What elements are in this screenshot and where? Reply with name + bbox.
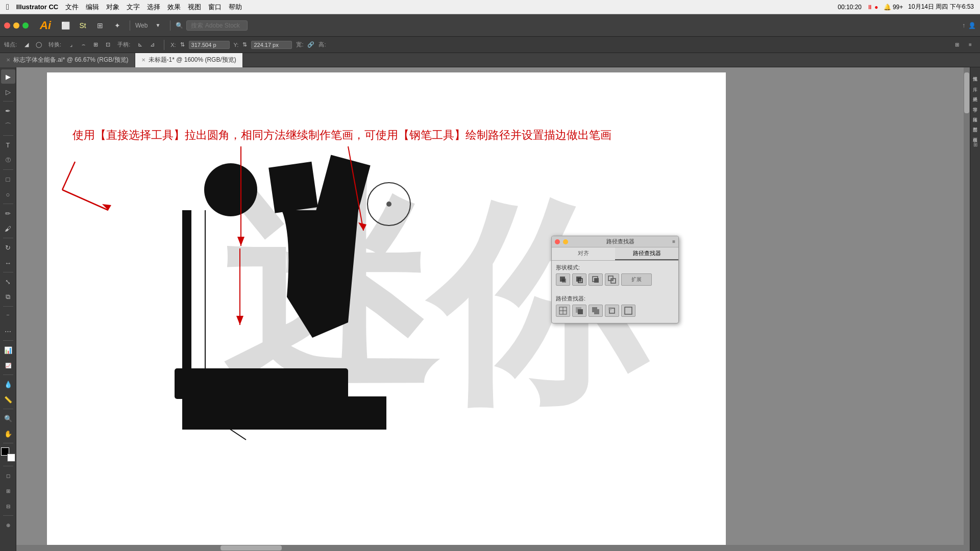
zoom-tool[interactable]: 🔍 xyxy=(1,411,15,425)
convert-type-icon[interactable]: ⊡ xyxy=(102,39,113,51)
scale-tool[interactable]: ⤡ xyxy=(1,274,15,289)
convert-corner-icon[interactable]: ⌟ xyxy=(65,39,77,51)
link-icon[interactable]: 🔗 xyxy=(307,41,314,48)
pencil-tool[interactable]: ✏ xyxy=(1,206,15,220)
reflect-tool[interactable]: ↔ xyxy=(1,256,15,270)
eyedropper-tool[interactable]: 💧 xyxy=(1,377,15,391)
menu-effect[interactable]: 效果 xyxy=(167,3,181,12)
appearance-icon[interactable]: 外观 xyxy=(972,90,979,97)
rotate-tool[interactable]: ↻ xyxy=(1,240,15,255)
draw-inside[interactable]: ⊟ xyxy=(1,499,15,513)
menu-view[interactable]: 视图 xyxy=(188,3,201,12)
anchor-corner[interactable]: ◢ xyxy=(21,39,32,51)
hand-type-icon[interactable]: ⊾ xyxy=(134,39,145,51)
user-icon[interactable]: 👤 xyxy=(968,22,976,29)
rectangle-tool[interactable]: □ xyxy=(1,172,15,186)
horizontal-scrollbar[interactable] xyxy=(16,545,964,551)
layout-icon[interactable]: ⊞ xyxy=(93,18,107,33)
svg-point-4 xyxy=(386,202,391,207)
vscroll-thumb[interactable] xyxy=(964,72,969,113)
canvas-area[interactable]: 迷 你 使用【直接选择工具】拉出圆角，相同方法继续制作笔画，可使用【钢笔工具】绘… xyxy=(16,67,970,551)
convert-smooth-icon[interactable]: ⌢ xyxy=(78,39,89,51)
merge-button[interactable] xyxy=(589,305,603,317)
panel-tab-pathfinder[interactable]: 路径查找器 xyxy=(615,247,678,260)
hand-type2-icon[interactable]: ⊿ xyxy=(146,39,158,51)
menu-edit[interactable]: 编辑 xyxy=(86,3,99,12)
menu-object[interactable]: 对象 xyxy=(106,3,119,12)
document-new-icon[interactable]: ⬜ xyxy=(58,18,72,33)
apple-menu[interactable]:  xyxy=(6,3,9,12)
menu-file[interactable]: 文件 xyxy=(65,3,79,12)
menu-type[interactable]: 文字 xyxy=(127,3,140,12)
draw-behind[interactable]: ⊞ xyxy=(1,484,15,498)
artboard-tool[interactable]: ⊕ xyxy=(1,518,15,532)
outline-button[interactable] xyxy=(621,305,635,317)
tab-2-close[interactable]: ✕ xyxy=(141,57,145,63)
exclude-button[interactable] xyxy=(605,273,619,286)
search-input[interactable] xyxy=(186,20,248,31)
tab-1[interactable]: ✕ 标志字体全能备.ai* @ 66.67% (RGB/预览) xyxy=(0,53,135,67)
properties-panel-icon[interactable]: 属性 xyxy=(972,69,979,77)
convert-align-icon[interactable]: ⊞ xyxy=(90,39,101,51)
cc-libraries-icon[interactable]: 库 xyxy=(972,80,979,87)
touch-type-tool[interactable]: Ⓣ xyxy=(1,153,15,167)
hscroll-thumb[interactable] xyxy=(220,545,282,550)
normal-mode[interactable]: ◻ xyxy=(1,468,15,483)
fullscreen-button[interactable] xyxy=(22,22,29,29)
stash-icon[interactable]: St xyxy=(76,18,90,33)
artboards-icon[interactable]: 画板 xyxy=(972,131,979,138)
close-button[interactable] xyxy=(4,22,10,29)
divide-button[interactable] xyxy=(556,305,570,317)
layers-icon[interactable]: 图层 xyxy=(972,120,979,128)
paragraph-panel-icon[interactable]: 段落 xyxy=(972,110,979,117)
pen-tool[interactable]: ✒ xyxy=(1,104,15,118)
bar-graph-tool[interactable]: 📈 xyxy=(1,358,15,372)
panel-close-button[interactable] xyxy=(555,239,560,244)
app-name[interactable]: Illustrator CC xyxy=(16,3,58,11)
unite-button[interactable] xyxy=(556,273,570,286)
tool-separator13 xyxy=(3,515,13,516)
panel-tab-align[interactable]: 对齐 xyxy=(552,247,615,260)
ellipse-tool[interactable]: ○ xyxy=(1,187,15,202)
minus-front-button[interactable] xyxy=(572,273,586,286)
more-options-icon[interactable]: ≡ xyxy=(965,39,976,51)
chevron-down-icon[interactable]: ▼ xyxy=(151,18,165,33)
panel-title: 路径查找器 xyxy=(571,238,669,245)
character-panel-icon[interactable]: 字符 xyxy=(972,100,979,107)
anchor-smooth[interactable]: ◯ xyxy=(33,39,44,51)
tab-2[interactable]: ✕ 未标题-1* @ 1600% (RGB/预览) xyxy=(135,53,243,67)
shear-tool[interactable]: ⧉ xyxy=(1,290,15,304)
menu-help[interactable]: 帮助 xyxy=(229,3,242,12)
type-tool[interactable]: T xyxy=(1,138,15,152)
align-options-icon[interactable]: ⊞ xyxy=(951,39,963,51)
share-icon[interactable]: ↑ xyxy=(962,22,965,29)
x-value[interactable] xyxy=(189,41,230,49)
search-icon[interactable]: 🔍 xyxy=(176,22,183,29)
menu-window[interactable]: 窗口 xyxy=(208,3,222,12)
intersect-button[interactable] xyxy=(589,273,603,286)
blend-tool[interactable]: ⋯ xyxy=(1,324,15,338)
width-tool[interactable]: ⁻ xyxy=(1,309,15,323)
trim-button[interactable] xyxy=(572,305,586,317)
panel-minimize-button[interactable] xyxy=(563,239,568,244)
curvature-tool[interactable]: ⌒ xyxy=(1,119,15,133)
color-preview[interactable] xyxy=(1,447,15,462)
vertical-scrollbar[interactable] xyxy=(964,67,970,551)
tab-1-close[interactable]: ✕ xyxy=(6,57,10,63)
paintbrush-tool[interactable]: 🖌 xyxy=(1,221,15,236)
crop-button[interactable] xyxy=(605,305,619,317)
background-color[interactable] xyxy=(7,454,15,462)
menu-select[interactable]: 选择 xyxy=(147,3,160,12)
hand-tool[interactable]: ✋ xyxy=(1,427,15,441)
direct-select-tool[interactable]: ▷ xyxy=(1,85,15,99)
y-value[interactable] xyxy=(251,41,292,49)
column-graph-tool[interactable]: 📊 xyxy=(1,343,15,357)
expand-button[interactable]: 扩展 xyxy=(621,273,652,286)
panel-menu-icon[interactable]: ≡ xyxy=(672,239,675,244)
selection-tool[interactable]: ▶ xyxy=(1,69,15,84)
expand-panels-icon[interactable]: ⊞ xyxy=(972,141,979,148)
minimize-button[interactable] xyxy=(13,22,19,29)
measure-tool[interactable]: 📏 xyxy=(1,392,15,407)
star-icon[interactable]: ✦ xyxy=(110,18,125,33)
collapsed-panels: 属性 库 外观 字符 段落 图层 画板 ⊞ xyxy=(970,67,980,551)
